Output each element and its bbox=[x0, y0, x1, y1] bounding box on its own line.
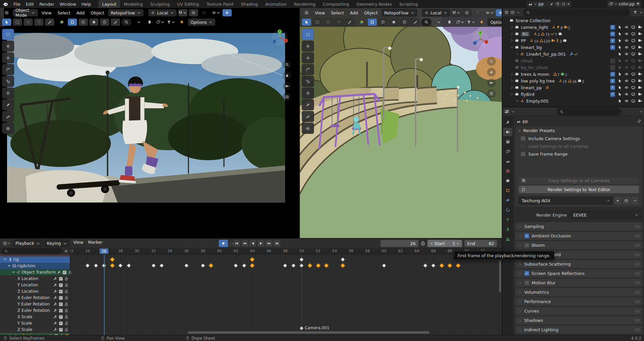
close-icon[interactable] bbox=[567, 2, 570, 6]
section-checkbox[interactable] bbox=[524, 243, 529, 248]
render-disable-toggle[interactable] bbox=[638, 52, 642, 56]
section-curves[interactable]: Curves bbox=[515, 307, 643, 315]
expand-icon[interactable] bbox=[3, 257, 7, 262]
expand-icon[interactable] bbox=[510, 39, 514, 43]
modifier-icon[interactable] bbox=[53, 315, 57, 319]
expand-icon[interactable] bbox=[510, 45, 514, 49]
outliner-row[interactable]: low poly bg tree15162 bbox=[502, 77, 644, 84]
menu-keying[interactable]: Keying bbox=[44, 240, 70, 247]
select-box-tool[interactable] bbox=[13, 18, 22, 26]
tab-geometry-nodes[interactable]: Geometry Nodes bbox=[353, 0, 395, 8]
lock-icon[interactable] bbox=[64, 308, 68, 312]
scene-users-badge[interactable]: 7 bbox=[555, 2, 560, 6]
checkbox-include[interactable] bbox=[610, 32, 615, 37]
render-disable-toggle[interactable] bbox=[638, 65, 642, 69]
menu-add[interactable]: Add bbox=[347, 10, 360, 15]
selectable-toggle[interactable] bbox=[618, 79, 622, 83]
add-cube-tool[interactable] bbox=[302, 123, 314, 134]
bookmark-button[interactable] bbox=[445, 18, 454, 26]
select-lasso-tool[interactable] bbox=[34, 18, 44, 26]
modifier-icon[interactable] bbox=[53, 277, 57, 281]
selectable-toggle[interactable] bbox=[618, 86, 622, 90]
rotate-tool[interactable] bbox=[302, 64, 314, 75]
tweak-tool[interactable] bbox=[2, 18, 11, 26]
shading-material-button[interactable] bbox=[89, 18, 99, 26]
outliner-row[interactable]: trees & moon72 bbox=[502, 71, 644, 77]
section-motion-blur[interactable]: Motion Blur bbox=[515, 279, 643, 287]
mode-dropdown[interactable]: Object Mode bbox=[13, 9, 38, 16]
expand-icon[interactable] bbox=[515, 52, 519, 56]
checkbox-include[interactable] bbox=[610, 25, 615, 30]
play-button[interactable] bbox=[257, 240, 265, 247]
grid-toggle[interactable] bbox=[283, 93, 291, 101]
shading-rendered-button[interactable] bbox=[100, 18, 109, 26]
hide-toggle[interactable] bbox=[625, 99, 629, 103]
current-frame-field[interactable]: 26 bbox=[380, 240, 419, 247]
section-checkbox[interactable] bbox=[524, 233, 529, 238]
transform-tool[interactable] bbox=[2, 88, 14, 99]
next-keyframe-button[interactable] bbox=[265, 240, 273, 247]
menu-render[interactable]: Render bbox=[37, 0, 57, 8]
shading-wireframe-button[interactable] bbox=[68, 18, 77, 26]
selectable-toggle[interactable] bbox=[618, 45, 622, 49]
chevron-down-icon[interactable] bbox=[614, 2, 618, 6]
outliner-row[interactable]: lineart_pp bbox=[502, 84, 644, 91]
outliner-row[interactable]: LineArt_for_pp.001 bbox=[502, 51, 644, 57]
menu-playback[interactable]: Playback bbox=[13, 240, 43, 247]
cursor-tool[interactable] bbox=[302, 41, 314, 52]
shading-solid-button[interactable] bbox=[378, 18, 388, 26]
channel-rig[interactable]: rig bbox=[0, 257, 70, 263]
notification-bell-button[interactable] bbox=[477, 18, 486, 26]
hide-toggle[interactable] bbox=[625, 25, 629, 29]
render-engine-dropdown[interactable]: EEVEE bbox=[570, 211, 641, 219]
viewport-disable-toggle[interactable] bbox=[631, 45, 635, 49]
hide-toggle[interactable] bbox=[625, 59, 629, 63]
checkbox-include[interactable] bbox=[610, 38, 615, 43]
lock-icon[interactable] bbox=[64, 321, 68, 325]
render-disable-toggle[interactable] bbox=[638, 72, 642, 76]
properties-tab-world[interactable] bbox=[503, 167, 513, 175]
play-reverse-button[interactable] bbox=[249, 240, 257, 247]
expand-icon[interactable] bbox=[510, 25, 514, 29]
tab-scripting[interactable]: Scripting bbox=[395, 0, 422, 8]
section-checkbox[interactable] bbox=[524, 280, 529, 285]
modifier-icon[interactable] bbox=[53, 308, 57, 312]
properties-tab-constraints[interactable] bbox=[503, 206, 513, 214]
menu-select[interactable]: Select bbox=[329, 10, 346, 15]
selectable-toggle[interactable] bbox=[618, 59, 622, 63]
view-layer-icon[interactable] bbox=[609, 2, 613, 6]
render-disable-toggle[interactable] bbox=[638, 92, 642, 96]
frame-end-field[interactable]: End 82 bbox=[464, 240, 497, 247]
channel-y-scale[interactable]: Y Scale bbox=[0, 320, 70, 327]
scale-tool[interactable] bbox=[302, 76, 314, 87]
hide-toggle[interactable] bbox=[625, 32, 629, 36]
overlay-paint-button[interactable] bbox=[111, 18, 120, 26]
render-disable-toggle[interactable] bbox=[638, 39, 642, 43]
outliner-row[interactable]: Empty.005 bbox=[502, 98, 644, 104]
tab-sculpting[interactable]: Sculpting bbox=[147, 0, 173, 8]
channel-search[interactable] bbox=[1, 248, 62, 254]
hide-toggle[interactable] bbox=[625, 92, 629, 96]
pan-tool[interactable] bbox=[487, 68, 496, 76]
lock-icon[interactable] bbox=[64, 283, 68, 287]
lock-icon[interactable] bbox=[64, 289, 68, 293]
render-disable-toggle[interactable] bbox=[638, 86, 642, 90]
shading-material-button[interactable] bbox=[389, 18, 398, 26]
channel-x-location[interactable]: X Location bbox=[0, 276, 70, 282]
lock-icon[interactable] bbox=[64, 328, 68, 332]
expand-icon[interactable] bbox=[510, 79, 514, 83]
section-shadows[interactable]: Shadows bbox=[515, 316, 643, 325]
menu-view[interactable]: View bbox=[313, 10, 327, 15]
selectable-toggle[interactable] bbox=[618, 39, 622, 43]
viewport-shading-material-preview[interactable] bbox=[357, 18, 366, 26]
shading-wireframe-button[interactable] bbox=[368, 18, 377, 26]
render-disable-toggle[interactable] bbox=[638, 79, 642, 83]
proportional-edit-toggle[interactable] bbox=[189, 9, 198, 16]
selectable-toggle[interactable] bbox=[618, 52, 622, 56]
channel-enable-checkbox[interactable] bbox=[59, 283, 63, 287]
channel-enable-checkbox[interactable] bbox=[59, 296, 63, 300]
retopoflow-dropdown[interactable]: RetopoFlow bbox=[381, 9, 417, 16]
tab-rendering[interactable]: Rendering bbox=[290, 0, 319, 8]
rotate-tool[interactable] bbox=[2, 64, 14, 75]
scene-icon[interactable] bbox=[528, 2, 532, 6]
